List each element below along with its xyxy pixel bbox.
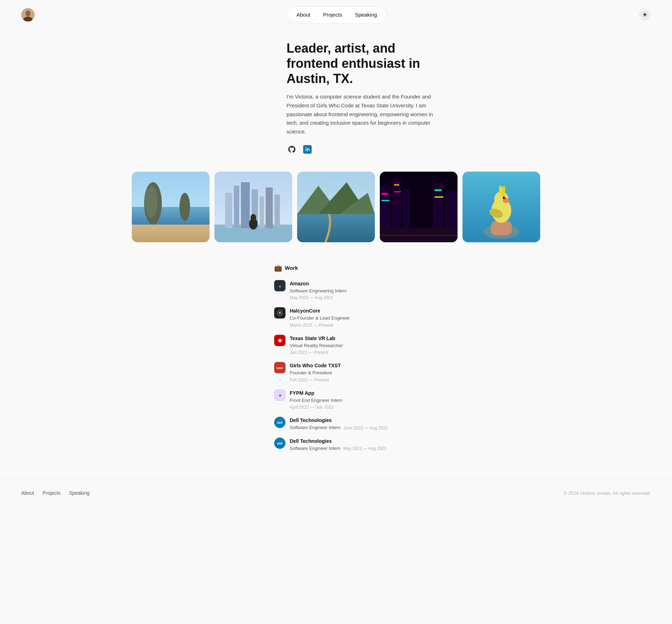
- work-item-dell-1[interactable]: dell Dell Technologies Software Engineer…: [274, 417, 398, 431]
- gwc-logo: GWC: [274, 362, 285, 373]
- work-date: March 2023 — Present: [290, 322, 398, 328]
- nav-links: About Projects Speaking: [287, 6, 387, 24]
- avatar[interactable]: [21, 8, 35, 22]
- work-section-label: Work: [285, 264, 298, 272]
- footer-links: About Projects Speaking: [21, 489, 90, 497]
- nav-link-about[interactable]: About: [290, 9, 317, 21]
- work-item-fypm[interactable]: ✦ FYPM App Front End Engineer Intern Apr…: [274, 390, 398, 411]
- work-date: May 2021 — Aug 2021: [343, 445, 387, 452]
- work-date: Jan 2023 — Present: [290, 349, 398, 356]
- work-item-gwc[interactable]: GWC Girls Who Code TXST Founder & Presid…: [274, 362, 398, 383]
- footer: About Projects Speaking © 2024 Victoria …: [0, 479, 672, 507]
- svg-rect-18: [275, 195, 280, 228]
- svg-rect-33: [382, 200, 389, 201]
- photo-city: [214, 172, 292, 242]
- work-item-txst-vr[interactable]: ★ Texas State VR Lab Virtual Reality Res…: [274, 335, 398, 356]
- footer-copyright: © 2024 Victoria Jordan. All rights reser…: [564, 490, 651, 497]
- work-section-header: 💼 Work: [274, 263, 398, 273]
- svg-text:dell: dell: [277, 442, 283, 445]
- svg-rect-12: [225, 193, 232, 228]
- hero-section: Leader, artist, and frontend enthusiast …: [212, 41, 460, 155]
- svg-point-48: [504, 197, 505, 198]
- svg-rect-14: [241, 182, 250, 228]
- company-name: Dell Technologies: [290, 417, 398, 424]
- work-date: May 2023 — Aug 2023: [290, 295, 398, 301]
- svg-point-54: [279, 312, 281, 314]
- svg-rect-17: [266, 188, 273, 228]
- nav-logo-area: [21, 8, 35, 22]
- company-name: FYPM App: [290, 390, 398, 397]
- footer-link-about[interactable]: About: [21, 489, 34, 497]
- work-role: Virtual Reality Researcher: [290, 342, 398, 349]
- photo-beach: [132, 172, 210, 242]
- work-item-halcyon[interactable]: HalcyonCore Co-Founder & Lead Engineer M…: [274, 307, 398, 328]
- fypm-logo: ✦: [274, 390, 285, 401]
- work-item-amazon[interactable]: a Amazon Software Engineering Intern May…: [274, 280, 398, 301]
- svg-rect-16: [260, 196, 264, 228]
- work-date: April 2022 — July 2022: [290, 404, 398, 410]
- svg-text:a: a: [279, 284, 281, 288]
- nav-link-projects[interactable]: Projects: [317, 9, 348, 21]
- svg-text:GWC: GWC: [276, 367, 283, 370]
- svg-point-20: [250, 214, 256, 221]
- hero-social-links: [287, 144, 438, 155]
- company-name: Amazon: [290, 280, 398, 287]
- svg-rect-13: [234, 186, 239, 228]
- dell-logo: dell: [274, 417, 285, 428]
- amazon-logo: a: [274, 280, 285, 291]
- svg-text:✦: ✦: [278, 393, 282, 398]
- svg-rect-6: [132, 225, 210, 242]
- svg-rect-34: [394, 184, 399, 186]
- footer-link-speaking[interactable]: Speaking: [69, 489, 89, 497]
- work-date: June 2022 — Aug 2022: [343, 425, 388, 431]
- briefcase-icon: 💼: [274, 263, 282, 273]
- work-role: Software Engineering Intern: [290, 287, 398, 295]
- company-name: Texas State VR Lab: [290, 335, 398, 342]
- texas-logo: ★: [274, 335, 285, 346]
- svg-rect-35: [394, 191, 401, 192]
- work-role: Founder & President: [290, 369, 398, 376]
- theme-toggle-button[interactable]: ☀: [639, 9, 651, 21]
- company-name: Girls Who Code TXST: [290, 362, 398, 369]
- work-role: Software Engineer Intern: [290, 445, 341, 452]
- work-item-dell-2[interactable]: dell Dell Technologies Software Engineer…: [274, 438, 398, 452]
- nav-link-speaking[interactable]: Speaking: [348, 9, 383, 21]
- work-role: Software Engineer Intern: [290, 424, 341, 431]
- svg-point-1: [25, 11, 30, 16]
- svg-point-8: [145, 186, 158, 218]
- svg-point-9: [179, 193, 190, 221]
- company-name: HalcyonCore: [290, 307, 398, 315]
- github-link[interactable]: [287, 144, 297, 155]
- photo-fjord: [297, 172, 375, 242]
- svg-rect-36: [435, 189, 442, 191]
- svg-text:★: ★: [277, 338, 283, 344]
- hero-title: Leader, artist, and frontend enthusiast …: [287, 41, 438, 87]
- linkedin-link[interactable]: [302, 144, 313, 155]
- photo-neon: [380, 172, 458, 242]
- hero-description: I'm Victoria, a computer science student…: [287, 93, 435, 136]
- work-role: Co-Founder & Lead Engineer: [290, 315, 398, 322]
- work-date: Feb 2022 — Present: [290, 377, 398, 383]
- svg-rect-32: [382, 193, 388, 195]
- navigation: About Projects Speaking ☀: [0, 0, 672, 30]
- svg-rect-41: [491, 221, 512, 235]
- svg-rect-25: [297, 214, 375, 242]
- footer-link-projects[interactable]: Projects: [43, 489, 61, 497]
- halcyon-logo: [274, 307, 285, 319]
- dell-logo-2: dell: [274, 438, 285, 449]
- work-role: Front End Engineer Intern: [290, 397, 398, 404]
- svg-text:dell: dell: [277, 421, 283, 424]
- photo-bird: [462, 172, 540, 242]
- svg-rect-37: [435, 196, 443, 198]
- photo-strip: [0, 172, 672, 242]
- company-name: Dell Technologies: [290, 438, 398, 445]
